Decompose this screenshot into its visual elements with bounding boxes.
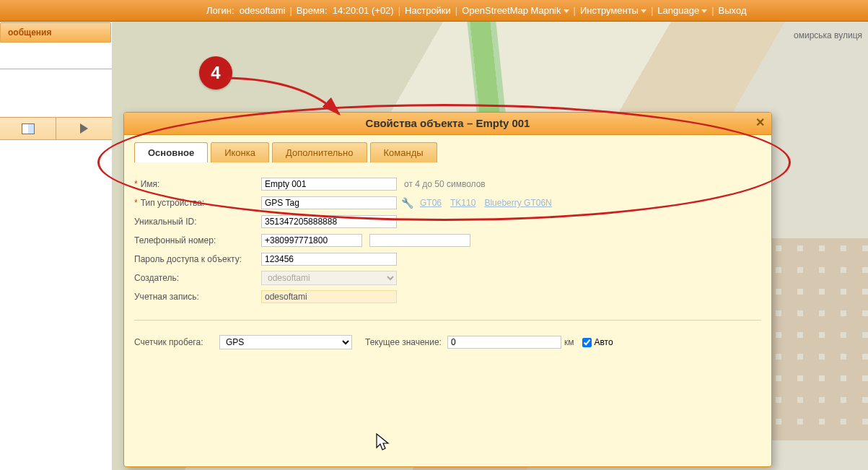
checkbox-odometer-auto[interactable] [582,338,592,347]
sidebar-tool-log[interactable] [0,118,56,139]
dialog-title-text: Свойства объекта – Empty 001 [366,117,530,129]
sidebar-gap [0,43,112,69]
label-device-type-text: Тип устройства: [141,198,205,208]
label-odometer-current: Текущее значение: [365,337,442,347]
label-name: *Имя: [134,179,261,189]
separator: | [455,5,457,16]
device-preset-links: 🔧 GT06 TK110 Blueberry GT06N [401,198,552,208]
label-odometer: Счетчик пробега: [134,337,214,347]
basemap-label: OpenStreetMap Mapnik [462,5,561,16]
label-name-text: Имя: [141,179,160,189]
preset-link-blueberry[interactable]: Blueberry GT06N [484,198,551,208]
divider [134,320,761,321]
play-icon [80,123,88,134]
settings-link[interactable]: Настройки [405,5,451,16]
dialog-titlebar[interactable]: Свойства объекта – Empty 001 ✕ [124,113,771,135]
separator: | [289,5,291,16]
input-uid[interactable] [261,215,397,228]
select-creator: odesoftami [261,271,397,285]
preset-link-gt06[interactable]: GT06 [420,198,442,208]
caret-down-icon [701,9,707,13]
required-marker: * [134,179,138,189]
sidebar-toolbar [0,117,112,140]
sidebar-tab-messages[interactable]: ообщения [0,22,111,43]
object-properties-dialog: Свойства объекта – Empty 001 ✕ Основное … [123,112,772,467]
language-dropdown[interactable]: Language [657,5,707,16]
map-buildings-overlay [760,238,868,440]
caret-down-icon [564,9,569,13]
label-account: Учетная запись: [134,292,261,302]
separator: | [398,5,400,16]
tools-label: Инструменты [580,5,639,16]
book-icon [22,123,35,134]
required-marker: * [134,198,138,208]
label-device-type: *Тип устройства: [134,198,261,208]
basemap-dropdown[interactable]: OpenStreetMap Mapnik [462,5,569,16]
separator: | [711,5,714,16]
tab-icon[interactable]: Иконка [211,142,269,162]
time-label: Время: [297,5,328,16]
input-name[interactable] [261,178,397,191]
wrench-icon[interactable]: 🔧 [401,198,411,208]
preset-link-tk110[interactable]: TK110 [450,198,475,208]
tools-dropdown[interactable]: Инструменты [580,5,646,16]
input-odometer-value[interactable] [447,336,561,349]
dialog-tabs: Основное Иконка Дополнительно Команды [134,142,761,162]
label-password: Пароль доступа к объекту: [134,254,261,264]
label-creator: Создатель: [134,273,261,283]
label-odometer-auto: Авто [594,337,613,347]
unit-km: км [564,337,574,347]
annotation-step-badge: 4 [199,56,232,90]
close-icon[interactable]: ✕ [753,116,767,130]
language-label: Language [657,5,699,16]
tab-commands[interactable]: Команды [370,142,437,162]
dialog-body: Основное Иконка Дополнительно Команды *И… [124,135,771,360]
label-uid: Уникальный ID: [134,217,261,227]
login-label: Логин: [206,5,234,16]
separator: | [574,5,576,16]
odometer-row: Счетчик пробега: GPS Текущее значение: к… [134,334,761,351]
tab-main[interactable]: Основное [134,142,208,162]
sidebar-tool-play[interactable] [56,118,112,139]
input-phone-1[interactable] [261,234,362,247]
readonly-account: odesoftami [261,290,397,303]
left-sidebar: ообщения [0,22,112,470]
input-device-type[interactable] [261,196,397,209]
logout-link[interactable]: Выход [719,5,747,16]
separator: | [651,5,653,16]
input-password[interactable] [261,253,397,266]
hint-name: от 4 до 50 символов [404,179,486,189]
input-phone-2[interactable] [369,234,470,247]
top-menu-bar: Логин: odesoftami | Время: 14:20:01 (+02… [0,0,868,22]
select-odometer-source[interactable]: GPS [219,335,352,349]
login-user: odesoftami [240,5,286,16]
tab-extra[interactable]: Дополнительно [272,142,367,162]
label-phone: Телефонный номер: [134,235,261,245]
caret-down-icon [641,9,646,13]
time-value: 14:20:01 (+02) [333,5,394,16]
